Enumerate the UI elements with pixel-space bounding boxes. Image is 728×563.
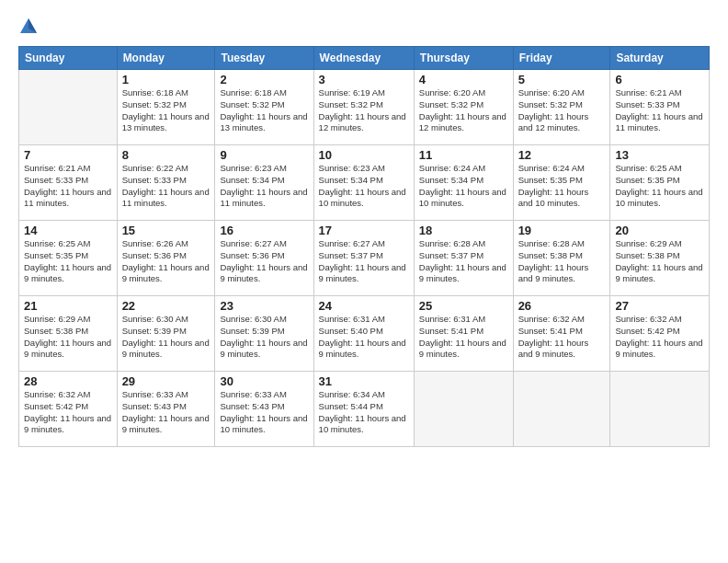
day-info: Sunrise: 6:30 AMSunset: 5:39 PMDaylight:… <box>220 314 308 361</box>
day-number: 19 <box>518 224 606 237</box>
day-info: Sunrise: 6:30 AMSunset: 5:39 PMDaylight:… <box>122 314 210 361</box>
day-cell <box>19 70 118 145</box>
day-info: Sunrise: 6:24 AMSunset: 5:35 PMDaylight:… <box>518 163 606 210</box>
day-info: Sunrise: 6:20 AMSunset: 5:32 PMDaylight:… <box>419 87 508 134</box>
day-cell: 1Sunrise: 6:18 AMSunset: 5:32 PMDaylight… <box>117 70 215 145</box>
page: SundayMondayTuesdayWednesdayThursdayFrid… <box>0 0 728 563</box>
day-info: Sunrise: 6:27 AMSunset: 5:36 PMDaylight:… <box>220 238 308 285</box>
day-info: Sunrise: 6:25 AMSunset: 5:35 PMDaylight:… <box>24 238 112 285</box>
week-row-1: 1Sunrise: 6:18 AMSunset: 5:32 PMDaylight… <box>19 70 710 145</box>
day-number: 27 <box>615 299 704 313</box>
day-info: Sunrise: 6:32 AMSunset: 5:41 PMDaylight:… <box>518 314 606 361</box>
day-info: Sunrise: 6:27 AMSunset: 5:37 PMDaylight:… <box>319 238 409 285</box>
header-row: SundayMondayTuesdayWednesdayThursdayFrid… <box>19 47 710 70</box>
day-info: Sunrise: 6:32 AMSunset: 5:42 PMDaylight:… <box>615 314 704 361</box>
day-cell: 28Sunrise: 6:32 AMSunset: 5:42 PMDayligh… <box>19 372 118 447</box>
day-number: 15 <box>122 224 210 237</box>
day-cell: 19Sunrise: 6:28 AMSunset: 5:38 PMDayligh… <box>513 221 610 296</box>
day-number: 21 <box>24 299 112 313</box>
day-cell <box>610 372 710 447</box>
day-header-friday: Friday <box>513 47 610 70</box>
day-cell: 12Sunrise: 6:24 AMSunset: 5:35 PMDayligh… <box>513 145 610 221</box>
day-info: Sunrise: 6:18 AMSunset: 5:32 PMDaylight:… <box>122 87 210 134</box>
day-number: 7 <box>24 148 112 162</box>
day-number: 5 <box>518 73 606 86</box>
day-cell <box>513 372 610 447</box>
day-info: Sunrise: 6:24 AMSunset: 5:34 PMDaylight:… <box>419 163 508 210</box>
day-info: Sunrise: 6:31 AMSunset: 5:40 PMDaylight:… <box>319 314 409 361</box>
day-cell: 14Sunrise: 6:25 AMSunset: 5:35 PMDayligh… <box>19 221 118 296</box>
header <box>18 17 710 37</box>
day-info: Sunrise: 6:26 AMSunset: 5:36 PMDaylight:… <box>122 238 210 285</box>
day-info: Sunrise: 6:22 AMSunset: 5:33 PMDaylight:… <box>122 163 210 210</box>
day-cell: 17Sunrise: 6:27 AMSunset: 5:37 PMDayligh… <box>313 221 414 296</box>
day-cell: 3Sunrise: 6:19 AMSunset: 5:32 PMDaylight… <box>313 70 414 145</box>
day-cell: 7Sunrise: 6:21 AMSunset: 5:33 PMDaylight… <box>19 145 118 221</box>
day-cell: 31Sunrise: 6:34 AMSunset: 5:44 PMDayligh… <box>313 372 414 447</box>
day-number: 9 <box>220 148 308 162</box>
day-cell: 15Sunrise: 6:26 AMSunset: 5:36 PMDayligh… <box>117 221 215 296</box>
day-number: 17 <box>319 224 409 237</box>
day-number: 26 <box>518 299 606 313</box>
day-number: 6 <box>615 73 704 86</box>
day-info: Sunrise: 6:20 AMSunset: 5:32 PMDaylight:… <box>518 87 606 134</box>
day-info: Sunrise: 6:18 AMSunset: 5:32 PMDaylight:… <box>220 87 308 134</box>
day-cell: 21Sunrise: 6:29 AMSunset: 5:38 PMDayligh… <box>19 296 118 372</box>
day-number: 10 <box>319 148 409 162</box>
logo <box>18 17 41 37</box>
day-cell: 22Sunrise: 6:30 AMSunset: 5:39 PMDayligh… <box>117 296 215 372</box>
day-info: Sunrise: 6:28 AMSunset: 5:38 PMDaylight:… <box>518 238 606 285</box>
day-info: Sunrise: 6:19 AMSunset: 5:32 PMDaylight:… <box>319 87 409 134</box>
day-header-wednesday: Wednesday <box>313 47 414 70</box>
day-number: 8 <box>122 148 210 162</box>
week-row-2: 7Sunrise: 6:21 AMSunset: 5:33 PMDaylight… <box>19 145 710 221</box>
day-cell: 23Sunrise: 6:30 AMSunset: 5:39 PMDayligh… <box>215 296 313 372</box>
day-header-tuesday: Tuesday <box>215 47 313 70</box>
day-cell: 6Sunrise: 6:21 AMSunset: 5:33 PMDaylight… <box>610 70 710 145</box>
day-number: 2 <box>220 73 308 86</box>
day-info: Sunrise: 6:23 AMSunset: 5:34 PMDaylight:… <box>220 163 308 210</box>
day-info: Sunrise: 6:33 AMSunset: 5:43 PMDaylight:… <box>220 389 308 436</box>
day-number: 22 <box>122 299 210 313</box>
day-info: Sunrise: 6:23 AMSunset: 5:34 PMDaylight:… <box>319 163 409 210</box>
day-info: Sunrise: 6:21 AMSunset: 5:33 PMDaylight:… <box>615 87 704 134</box>
day-info: Sunrise: 6:32 AMSunset: 5:42 PMDaylight:… <box>24 389 112 436</box>
day-cell: 26Sunrise: 6:32 AMSunset: 5:41 PMDayligh… <box>513 296 610 372</box>
day-cell: 2Sunrise: 6:18 AMSunset: 5:32 PMDaylight… <box>215 70 313 145</box>
day-cell: 16Sunrise: 6:27 AMSunset: 5:36 PMDayligh… <box>215 221 313 296</box>
day-cell: 13Sunrise: 6:25 AMSunset: 5:35 PMDayligh… <box>610 145 710 221</box>
day-cell: 25Sunrise: 6:31 AMSunset: 5:41 PMDayligh… <box>414 296 513 372</box>
day-cell: 27Sunrise: 6:32 AMSunset: 5:42 PMDayligh… <box>610 296 710 372</box>
day-info: Sunrise: 6:29 AMSunset: 5:38 PMDaylight:… <box>24 314 112 361</box>
day-cell: 20Sunrise: 6:29 AMSunset: 5:38 PMDayligh… <box>610 221 710 296</box>
day-number: 30 <box>220 374 308 388</box>
day-header-thursday: Thursday <box>414 47 513 70</box>
day-cell: 8Sunrise: 6:22 AMSunset: 5:33 PMDaylight… <box>117 145 215 221</box>
day-number: 1 <box>122 73 210 86</box>
day-number: 28 <box>24 374 112 388</box>
day-number: 13 <box>615 148 704 162</box>
logo-icon <box>18 17 39 37</box>
day-number: 4 <box>419 73 508 86</box>
week-row-3: 14Sunrise: 6:25 AMSunset: 5:35 PMDayligh… <box>19 221 710 296</box>
day-number: 14 <box>24 224 112 237</box>
day-info: Sunrise: 6:34 AMSunset: 5:44 PMDaylight:… <box>319 389 409 436</box>
calendar-table: SundayMondayTuesdayWednesdayThursdayFrid… <box>18 46 710 447</box>
day-info: Sunrise: 6:31 AMSunset: 5:41 PMDaylight:… <box>419 314 508 361</box>
day-cell: 30Sunrise: 6:33 AMSunset: 5:43 PMDayligh… <box>215 372 313 447</box>
day-number: 31 <box>319 374 409 388</box>
day-cell: 10Sunrise: 6:23 AMSunset: 5:34 PMDayligh… <box>313 145 414 221</box>
day-info: Sunrise: 6:33 AMSunset: 5:43 PMDaylight:… <box>122 389 210 436</box>
day-number: 16 <box>220 224 308 237</box>
day-info: Sunrise: 6:25 AMSunset: 5:35 PMDaylight:… <box>615 163 704 210</box>
day-cell: 11Sunrise: 6:24 AMSunset: 5:34 PMDayligh… <box>414 145 513 221</box>
day-cell: 29Sunrise: 6:33 AMSunset: 5:43 PMDayligh… <box>117 372 215 447</box>
day-number: 11 <box>419 148 508 162</box>
day-cell: 4Sunrise: 6:20 AMSunset: 5:32 PMDaylight… <box>414 70 513 145</box>
day-cell: 24Sunrise: 6:31 AMSunset: 5:40 PMDayligh… <box>313 296 414 372</box>
day-number: 20 <box>615 224 704 237</box>
day-cell: 5Sunrise: 6:20 AMSunset: 5:32 PMDaylight… <box>513 70 610 145</box>
day-cell: 9Sunrise: 6:23 AMSunset: 5:34 PMDaylight… <box>215 145 313 221</box>
day-number: 24 <box>319 299 409 313</box>
day-header-sunday: Sunday <box>19 47 118 70</box>
